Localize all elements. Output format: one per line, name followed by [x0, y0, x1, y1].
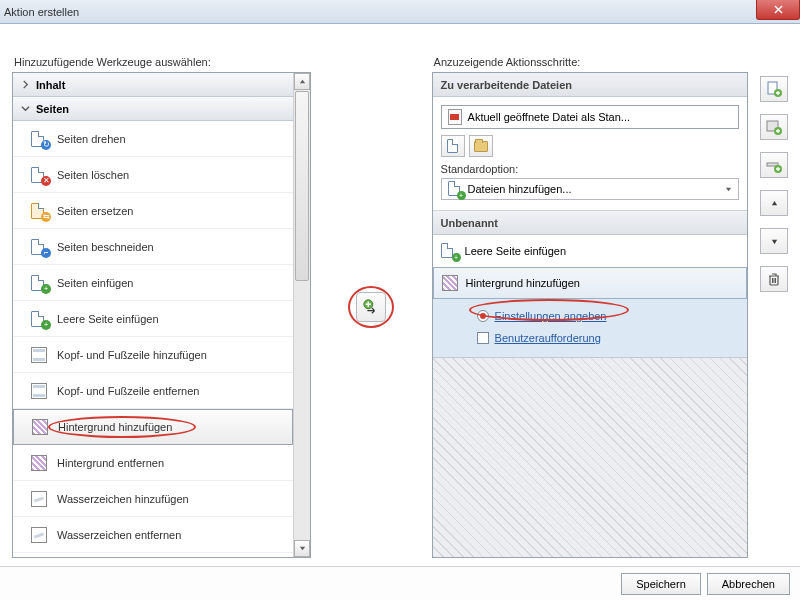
empty-area	[433, 357, 747, 557]
step-insert-blank-page[interactable]: + Leere Seite einfügen	[433, 235, 747, 267]
chevron-down-icon	[725, 186, 732, 193]
pdf-icon	[448, 109, 462, 125]
category-pages[interactable]: Seiten	[13, 97, 293, 121]
background-icon	[442, 275, 458, 291]
divider-plus-icon	[766, 157, 782, 173]
window-title: Aktion erstellen	[4, 6, 79, 18]
page-icon	[447, 139, 458, 153]
tool-label: Seiten einfügen	[57, 277, 133, 289]
tool-label: Seiten ersetzen	[57, 205, 133, 217]
dialog-footer: Speichern Abbrechen	[0, 566, 800, 600]
tool-insert-blank-page[interactable]: + Leere Seite einfügen	[13, 301, 293, 337]
cancel-button[interactable]: Abbrechen	[707, 573, 790, 595]
option-user-prompt[interactable]: Benutzeraufforderung	[477, 327, 739, 349]
tool-remove-background[interactable]: Hintergrund entfernen	[13, 445, 293, 481]
category-label: Inhalt	[36, 79, 65, 91]
step-add-background[interactable]: Hintergrund hinzufügen	[433, 267, 747, 299]
right-label: Anzuzeigende Aktionsschritte:	[432, 56, 748, 68]
add-step-button[interactable]	[356, 292, 386, 322]
tool-list: Inhalt Seiten ↻ Seiten drehen ✕ Seiten l…	[12, 72, 311, 558]
radio-checked-icon[interactable]	[477, 310, 489, 322]
plus-icon: +	[41, 320, 51, 330]
step-options: Einstellungen angeben Benutzeraufforderu…	[433, 299, 747, 357]
specify-settings-link[interactable]: Einstellungen angeben	[495, 310, 607, 322]
delete-step-button[interactable]	[760, 266, 788, 292]
standard-option-dropdown[interactable]: + Dateien hinzufügen...	[441, 178, 739, 200]
tool-label: Leere Seite einfügen	[57, 313, 159, 325]
user-prompt-link[interactable]: Benutzeraufforderung	[495, 332, 601, 344]
plus-icon: +	[457, 191, 466, 200]
tool-crop-pages[interactable]: ⌐ Seiten beschneiden	[13, 229, 293, 265]
save-button[interactable]: Speichern	[621, 573, 701, 595]
add-divider-side-button[interactable]	[760, 152, 788, 178]
group-header[interactable]: Unbenannt	[433, 211, 747, 235]
triangle-up-icon	[771, 200, 778, 207]
scroll-thumb[interactable]	[295, 91, 309, 281]
scroll-down-button[interactable]	[294, 540, 310, 557]
add-folder-button[interactable]	[469, 135, 493, 157]
scrollbar[interactable]	[293, 73, 310, 557]
folder-icon	[474, 141, 488, 152]
tool-label: Hintergrund entfernen	[57, 457, 164, 469]
title-bar: Aktion erstellen	[0, 0, 800, 24]
page-plus-icon	[766, 81, 782, 97]
files-header: Zu verarbeitende Dateien	[433, 73, 747, 97]
tool-remove-header-footer[interactable]: Kopf- und Fußzeile entfernen	[13, 373, 293, 409]
tool-label: Kopf- und Fußzeile entfernen	[57, 385, 199, 397]
chevron-right-icon	[21, 80, 30, 89]
add-file-button[interactable]	[441, 135, 465, 157]
tool-label: Wasserzeichen entfernen	[57, 529, 181, 541]
panel-plus-icon	[766, 119, 782, 135]
file-entry-text: Aktuell geöffnete Datei als Stan...	[468, 111, 630, 123]
triangle-down-icon	[771, 238, 778, 245]
header-footer-icon	[31, 347, 47, 363]
option-specify-settings[interactable]: Einstellungen angeben	[477, 305, 739, 327]
tool-remove-watermark[interactable]: Wasserzeichen entfernen	[13, 517, 293, 553]
standard-option-label: Standardoption:	[441, 163, 739, 175]
trash-icon	[767, 272, 781, 286]
category-label: Seiten	[36, 103, 69, 115]
tool-label: Wasserzeichen hinzufügen	[57, 493, 189, 505]
add-arrow-icon	[362, 298, 380, 316]
background-icon	[31, 455, 47, 471]
tool-label: Seiten beschneiden	[57, 241, 154, 253]
plus-icon: +	[452, 253, 461, 262]
plus-icon: +	[41, 284, 51, 294]
scroll-up-button[interactable]	[294, 73, 310, 90]
tool-add-watermark[interactable]: Wasserzeichen hinzufügen	[13, 481, 293, 517]
tool-label: Hintergrund hinzufügen	[58, 421, 172, 433]
category-content[interactable]: Inhalt	[13, 73, 293, 97]
header-footer-icon	[31, 383, 47, 399]
watermark-icon	[31, 527, 47, 543]
add-panel-side-button[interactable]	[760, 114, 788, 140]
tool-delete-pages[interactable]: ✕ Seiten löschen	[13, 157, 293, 193]
delete-icon: ✕	[41, 176, 51, 186]
close-icon	[774, 5, 783, 14]
move-up-button[interactable]	[760, 190, 788, 216]
crop-icon: ⌐	[41, 248, 51, 258]
action-steps-panel: Zu verarbeitende Dateien Aktuell geöffne…	[432, 72, 748, 558]
close-button[interactable]	[756, 0, 800, 20]
chevron-down-icon	[21, 104, 30, 113]
tool-label: Kopf- und Fußzeile hinzufügen	[57, 349, 207, 361]
file-entry[interactable]: Aktuell geöffnete Datei als Stan...	[441, 105, 739, 129]
dropdown-value: Dateien hinzufügen...	[468, 183, 572, 195]
left-label: Hinzuzufügende Werkzeuge auswählen:	[12, 56, 311, 68]
tool-replace-pages[interactable]: ⇆ Seiten ersetzen	[13, 193, 293, 229]
tool-label: Seiten drehen	[57, 133, 126, 145]
watermark-icon	[31, 491, 47, 507]
rotate-icon: ↻	[41, 140, 51, 150]
move-down-button[interactable]	[760, 228, 788, 254]
tool-add-background[interactable]: Hintergrund hinzufügen	[13, 409, 293, 445]
background-icon	[32, 419, 48, 435]
tool-label: Seiten löschen	[57, 169, 129, 181]
tool-insert-pages[interactable]: + Seiten einfügen	[13, 265, 293, 301]
replace-icon: ⇆	[41, 212, 51, 222]
step-label: Hintergrund hinzufügen	[466, 277, 580, 289]
tool-add-header-footer[interactable]: Kopf- und Fußzeile hinzufügen	[13, 337, 293, 373]
add-files-side-button[interactable]	[760, 76, 788, 102]
tool-rotate-pages[interactable]: ↻ Seiten drehen	[13, 121, 293, 157]
checkbox-icon[interactable]	[477, 332, 489, 344]
step-label: Leere Seite einfügen	[465, 245, 567, 257]
